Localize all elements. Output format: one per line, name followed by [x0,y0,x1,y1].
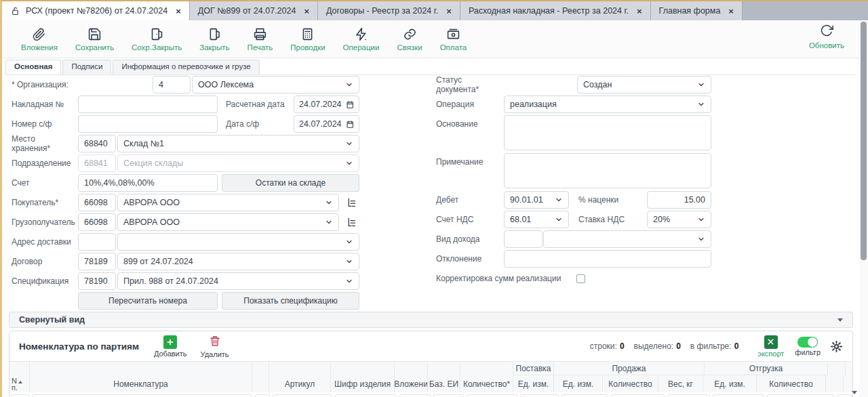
tab-close-icon[interactable]: × [637,6,642,16]
window-tab-1[interactable]: РСХ (проект №78206) от 24.07.2024× [2,1,190,20]
column-filter-input-13[interactable] [767,394,834,397]
column-header-Количество[interactable]: Количество [603,375,658,392]
column-filter-input-2[interactable] [255,394,270,397]
column-filter-input-10[interactable] [611,394,665,397]
form-tab-3[interactable]: Информация о перевозчике и грузе [113,60,259,75]
consignee-code-input[interactable] [78,213,116,231]
income-type-code-input[interactable] [504,230,542,248]
tab-close-icon[interactable]: × [304,6,309,16]
column-header-Вес, кг[interactable]: Вес, кг [658,375,703,392]
column-filter-input-7[interactable] [467,394,517,397]
toolbar-print-button[interactable]: Печать [241,24,280,54]
toolbar-operations-button[interactable]: Операции [336,24,387,54]
column-header-Номенклатура[interactable]: Номенклатура [30,375,252,392]
toolbar-postings-button[interactable]: Проводки [283,24,332,54]
column-filter-input-0[interactable] [11,394,29,397]
sf-no-input[interactable] [78,115,218,133]
delivery-address-code-input[interactable] [78,233,116,251]
vertical-scrollbar[interactable] [859,20,868,397]
column-filter-input-8[interactable] [520,394,559,397]
window-tab-4[interactable]: Расходная накладная - Реестр за 2024 г.× [460,1,651,20]
add-row-button[interactable]: Добавить [154,335,187,358]
grid-settings-button[interactable] [830,340,843,353]
specification-select[interactable]: Прил. 988 от 24.07.2024 [117,272,359,290]
buyer-select[interactable]: АВРОРА ООО [117,194,339,211]
toolbar-close-button[interactable]: Закрыть [193,24,236,54]
column-filter-input-14[interactable] [837,394,852,397]
calc-date-input[interactable]: 24.07.2024 [294,96,359,113]
column-header-Артикул[interactable]: Артикул [269,375,331,392]
stock-remainder-button[interactable]: Остатки на складе [222,174,359,192]
column-filter-input-4[interactable] [335,394,397,397]
note-textarea[interactable] [504,153,711,188]
consignee-select[interactable]: АВРОРА ООО [117,213,339,231]
show-specification-button[interactable]: Показать спецификацию [222,292,359,310]
department-code-input[interactable] [78,154,116,172]
column-filter-input-1[interactable] [32,394,252,397]
operation-select[interactable]: реализация [504,96,711,113]
export-button[interactable]: экспорт [757,335,784,358]
toolbar-save-close-button[interactable]: Сохр.Закрыть [125,24,189,54]
refresh-button[interactable]: Обновить [809,24,844,49]
column-header-2[interactable] [252,375,269,392]
window-tab-3[interactable]: Договоры - Реестр за 2024 г.× [318,1,460,20]
window-tab-5[interactable]: Главная форма× [651,1,743,20]
scrollbar-thumb[interactable] [861,22,867,260]
column-filter-input-11[interactable] [667,394,710,397]
column-header-Баз. ЕИ[interactable]: Баз. ЕИ [428,375,460,392]
consignee-tree-icon[interactable] [343,214,359,230]
organization-code-input[interactable] [153,76,191,93]
vat-rate-select[interactable]: 20% [647,211,711,228]
delete-row-button[interactable]: Удалить [201,335,229,358]
column-header-Количество[interactable]: Количество [757,375,826,392]
column-filter-input-3[interactable] [273,394,332,397]
column-header-N[interactable]: Nп. [9,375,30,392]
stat-label: выделено: [634,341,674,351]
basis-textarea[interactable] [504,115,711,150]
invoice-no-input[interactable] [78,96,218,113]
toolbar-save-button[interactable]: Сохранить [68,24,121,54]
department-select[interactable]: Секция склады [117,154,359,172]
debit-select[interactable]: 90.01.01 [504,191,569,209]
buyer-tree-icon[interactable] [343,194,359,211]
column-header-Количество*[interactable]: Количество* [460,375,513,392]
correction-checkbox[interactable] [576,274,585,283]
tab-close-icon[interactable]: × [446,6,452,16]
column-header-Ед. изм.[interactable]: Ед. изм. [554,375,603,392]
toolbar-attachments-button[interactable]: Вложения [14,24,64,54]
tab-close-icon[interactable]: × [176,6,181,16]
toolbar-links-button[interactable]: Связки [390,24,429,54]
toolbar-payment-button[interactable]: Оплата [433,24,474,54]
form-tab-1[interactable]: Основная [5,60,61,75]
column-header-Ед. изм.[interactable]: Ед. изм. [513,375,554,392]
column-filter-input-5[interactable] [399,394,431,397]
buyer-code-input[interactable] [78,194,116,211]
deviation-input[interactable] [504,250,711,268]
delivery-address-select[interactable] [117,233,359,251]
storage-select[interactable]: Склад №1 [117,135,359,152]
recalc-numbers-button[interactable]: Пересчитать номера [78,292,218,310]
specification-code-input[interactable] [78,272,116,290]
contract-code-input[interactable] [78,253,116,270]
form-tab-2[interactable]: Подписи [62,60,111,75]
collapsed-view-bar[interactable]: Свернутый вид [9,312,853,328]
vat-account-select[interactable]: 68.01 [504,211,569,228]
column-filter-input-6[interactable] [433,394,464,397]
window-tab-2[interactable]: ДОГ №899 от 24.07.2024× [190,1,318,20]
tab-close-icon[interactable]: × [728,6,734,16]
column-header-Шифр изделия[interactable]: Шифр изделия [331,375,395,392]
column-filter-input-12[interactable] [713,394,764,397]
organization-select[interactable]: ООО Лексема [192,76,359,93]
column-header-Ед. изм.[interactable]: Ед. изм. [703,375,757,392]
column-header-Вложени[interactable]: Вложени [395,375,428,392]
column-header-14[interactable] [826,375,844,392]
filter-toggle[interactable]: фильтр [795,337,821,356]
income-type-select[interactable] [543,230,711,248]
account-input[interactable] [78,174,218,192]
status-select[interactable]: Создан [577,76,711,93]
markup-input[interactable] [647,191,711,209]
storage-code-input[interactable] [78,135,116,152]
sf-date-input[interactable]: 24.07.2024 [294,115,359,133]
column-filter-input-9[interactable] [561,394,608,397]
contract-select[interactable]: 899 от 24.07.2024 [117,253,359,270]
